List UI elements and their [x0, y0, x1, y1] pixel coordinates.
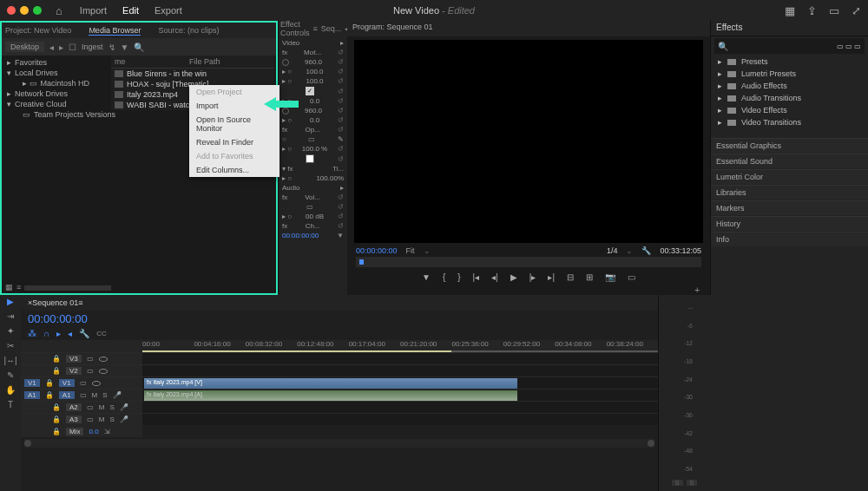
tab-project[interactable]: Project: New Video: [5, 26, 71, 35]
cc-icon[interactable]: CC: [96, 330, 107, 337]
step-back-icon[interactable]: ◂|: [491, 272, 498, 282]
lock-icon[interactable]: 🔒: [52, 416, 61, 423]
eye-icon[interactable]: [92, 381, 101, 386]
add-button-icon[interactable]: +: [347, 285, 710, 295]
panel-link[interactable]: History: [711, 216, 868, 231]
effects-search[interactable]: 🔍 ▭ ▭ ▭: [714, 38, 865, 54]
in-icon[interactable]: {: [443, 272, 445, 282]
menu-export[interactable]: Export: [155, 5, 182, 16]
program-scrubber[interactable]: [356, 257, 701, 267]
ctx-edit-cols[interactable]: Edit Columns...: [189, 163, 279, 177]
search-input[interactable]: [732, 42, 810, 50]
file-row[interactable]: Blue Sirens - in the win: [111, 69, 274, 79]
mix-val[interactable]: 0.0: [89, 428, 98, 435]
audio-section[interactable]: Audio: [282, 184, 299, 192]
tab-effect-controls[interactable]: Effect Controls: [280, 20, 310, 37]
marker-icon[interactable]: ▸: [56, 329, 61, 338]
lock-icon[interactable]: 🔒: [52, 403, 61, 411]
ripple-icon[interactable]: ✦: [7, 326, 14, 336]
panel-link[interactable]: Libraries: [711, 185, 868, 200]
time-ruler[interactable]: 00:0000:04:16:0000:08:32:0000:12:48:0000…: [21, 340, 658, 352]
lock-icon[interactable]: 🔒: [45, 391, 54, 399]
panel-link[interactable]: Lumetri Color: [711, 169, 868, 184]
workspace-icon[interactable]: ▦: [785, 4, 795, 17]
type-icon[interactable]: T: [8, 400, 13, 409]
val-pos[interactable]: 960.0: [305, 58, 322, 66]
effects-folder[interactable]: ▸ Video Transitions: [711, 116, 868, 128]
effects-folder[interactable]: ▸ Audio Effects: [711, 80, 868, 92]
extract-icon[interactable]: ⊞: [586, 272, 593, 282]
compare-icon[interactable]: ▭: [628, 272, 635, 282]
effects-folder[interactable]: ▸ Presets: [711, 56, 868, 68]
lock-icon[interactable]: 🔒: [52, 355, 61, 363]
eye-icon[interactable]: [99, 357, 108, 362]
volume-fx[interactable]: Vol...: [305, 193, 320, 201]
quick-export-icon[interactable]: ▭: [829, 4, 839, 17]
effects-folder[interactable]: ▸ Video Effects: [711, 104, 868, 116]
video-section[interactable]: Video: [282, 39, 299, 47]
selection-tool-icon[interactable]: ▶: [7, 297, 14, 306]
time-fx[interactable]: Ti...: [332, 165, 344, 173]
sequence-tab[interactable]: Sequence 01: [32, 298, 78, 307]
tab-source[interactable]: Source: (no clips): [158, 26, 219, 35]
channel-fx[interactable]: Ch...: [306, 222, 320, 230]
val-rot[interactable]: 0.0: [310, 97, 319, 105]
wrench-icon[interactable]: 🔧: [641, 246, 651, 255]
ingest-checkbox[interactable]: ☐: [69, 43, 76, 52]
fit-dropdown[interactable]: Fit: [406, 246, 415, 255]
fullscreen-icon[interactable]: ⤢: [852, 4, 861, 17]
effects-folder[interactable]: ▸ Audio Transitions: [711, 92, 868, 104]
menu-import[interactable]: Import: [80, 5, 107, 16]
ctx-reveal[interactable]: Reveal In Finder: [189, 135, 279, 149]
snapshot-icon[interactable]: 📷: [605, 272, 615, 282]
opacity-fx[interactable]: Op...: [305, 126, 319, 134]
panel-link[interactable]: Essential Sound: [711, 154, 868, 168]
val-speed[interactable]: 100.00%: [316, 174, 344, 182]
video-clip[interactable]: fx Italy 2023.mp4 [V]: [144, 378, 517, 389]
tab-media-browser[interactable]: Media Browser: [89, 26, 141, 36]
val-opacity[interactable]: 100.0 %: [302, 145, 327, 153]
hand-icon[interactable]: ✋: [5, 385, 16, 395]
panel-link[interactable]: Essential Graphics: [711, 138, 868, 153]
voice-icon[interactable]: 🎤: [113, 391, 122, 399]
uniform-check[interactable]: ✓: [306, 87, 314, 95]
track-v3[interactable]: V3: [66, 355, 82, 363]
goto-in-icon[interactable]: |◂: [473, 272, 480, 282]
share-icon[interactable]: ⇪: [807, 4, 817, 17]
track-a1[interactable]: A1: [59, 391, 75, 399]
zoom-slider[interactable]: [24, 285, 111, 291]
col-name[interactable]: me: [115, 57, 189, 66]
back-icon[interactable]: ◂: [49, 43, 54, 52]
out-icon[interactable]: }: [457, 272, 460, 282]
home-icon[interactable]: ⌂: [56, 4, 62, 17]
val-db[interactable]: 00 dB: [306, 213, 324, 220]
val-flicker[interactable]: 0.0: [310, 116, 319, 124]
timeline-scroll[interactable]: [24, 439, 654, 448]
panel-link[interactable]: Info: [711, 232, 868, 246]
blend-swatch[interactable]: [306, 154, 314, 163]
mute-icon[interactable]: M: [99, 403, 105, 411]
track-v1[interactable]: V1: [59, 379, 75, 387]
voice-icon[interactable]: 🎤: [120, 416, 128, 423]
play-icon[interactable]: ▶: [510, 272, 517, 282]
minimize-icon[interactable]: [20, 6, 29, 15]
motion-fx[interactable]: Mot...: [304, 49, 321, 56]
panel-link[interactable]: Markers: [711, 200, 868, 215]
link-icon[interactable]: ∩: [43, 329, 49, 338]
ctx-open-source[interactable]: Open In Source Monitor: [189, 113, 279, 135]
menu-edit[interactable]: Edit: [122, 5, 139, 16]
src-v1[interactable]: V1: [24, 379, 40, 387]
filter-badges[interactable]: ▭ ▭ ▭: [837, 43, 861, 50]
voice-icon[interactable]: 🎤: [120, 403, 128, 411]
razor-icon[interactable]: ✂: [7, 341, 14, 350]
eye-icon[interactable]: [99, 369, 108, 374]
video-monitor[interactable]: [354, 40, 703, 243]
pen-icon[interactable]: ✎: [7, 370, 14, 380]
goto-out-icon[interactable]: ▸|: [548, 272, 555, 282]
expand-icon[interactable]: ⇲: [104, 428, 110, 435]
close-icon[interactable]: [7, 6, 16, 15]
effects-folder[interactable]: ▸ Lumetri Presets: [711, 68, 868, 80]
location-dropdown[interactable]: Desktop: [5, 42, 44, 52]
maximize-icon[interactable]: [33, 6, 42, 15]
lift-icon[interactable]: ⊟: [567, 272, 574, 282]
